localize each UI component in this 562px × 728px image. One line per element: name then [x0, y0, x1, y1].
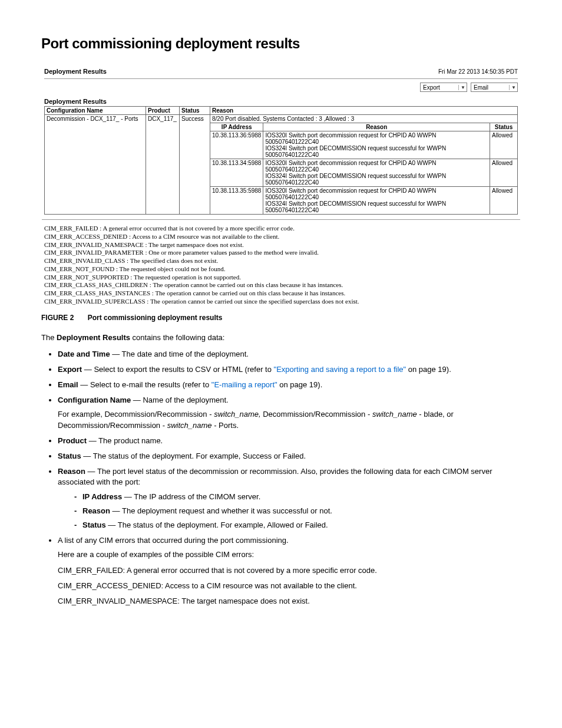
cell-substatus: Allowed: [490, 159, 518, 187]
cim-error-line: CIM_ERR_INVALID_SUPERCLASS : The operati…: [44, 298, 518, 306]
figure-text: Port commissioning deployment results: [88, 314, 223, 322]
subcol-status: Status: [490, 123, 518, 131]
list-item: Reason — The port level status of the de…: [58, 466, 521, 531]
email-dropdown[interactable]: Email ▼: [471, 83, 518, 92]
export-link[interactable]: "Exporting and saving a report to a file…: [274, 365, 406, 374]
cell-ip: 10.38.113.36:5988: [210, 131, 263, 159]
list-item: Date and Time — The date and time of the…: [58, 349, 521, 360]
subcol-reason: Reason: [263, 123, 490, 131]
chevron-down-icon: ▼: [509, 85, 516, 90]
cell-ip: 10.38.113.34:5988: [210, 159, 263, 187]
list-item: Reason — The deployment request and whet…: [74, 506, 521, 516]
cim-error-line: CIM_ERR_ACCESS_DENIED : Access to a CIM …: [44, 233, 518, 241]
cim-error-line: CIM_ERR_FAILED : A general error occurre…: [44, 225, 518, 233]
report-timestamp: Fri Mar 22 2013 14:50:35 PDT: [438, 68, 518, 75]
cell-reason: IOS320I Switch port decommission request…: [263, 159, 490, 187]
cell-reason: IOS320I Switch port decommission request…: [263, 187, 490, 215]
cim-example: CIM_ERR_FAILED: A general error occurred…: [58, 565, 521, 576]
cim-error-line: CIM_ERR_NOT_SUPPORTED : The requested op…: [44, 274, 518, 282]
cim-example: CIM_ERR_ACCESS_DENIED: Access to a CIM r…: [58, 581, 521, 591]
subcol-ip: IP Address: [210, 123, 263, 131]
intro-text: The Deployment Results contains the foll…: [41, 332, 521, 343]
cell-product: DCX_117_: [146, 115, 180, 215]
cim-error-line: CIM_ERR_NOT_FOUND : The requested object…: [44, 265, 518, 274]
report-title: Deployment Results: [44, 68, 107, 75]
cell-substatus: Allowed: [490, 131, 518, 159]
export-dropdown-label: Export: [423, 84, 458, 91]
cim-error-line: CIM_ERR_CLASS_HAS_INSTANCES : The operat…: [44, 289, 518, 298]
cim-error-line: CIM_ERR_CLASS_HAS_CHILDREN : The operati…: [44, 281, 518, 289]
email-dropdown-label: Email: [474, 84, 509, 91]
cim-examples-intro: Here are a couple of examples of the pos…: [58, 549, 521, 560]
cell-reason-summary: 8/20 Port disabled. Systems Contacted : …: [210, 115, 518, 123]
col-product: Product: [146, 107, 180, 115]
list-item: Status — The status of the deployment. F…: [74, 520, 521, 531]
deployment-results-screenshot: Deployment Results Fri Mar 22 2013 14:50…: [41, 66, 521, 309]
deployment-results-table: Configuration Name Product Status Reason…: [44, 106, 518, 215]
export-dropdown[interactable]: Export ▼: [420, 83, 467, 92]
list-item: IP Address — The IP address of the CIMOM…: [74, 492, 521, 502]
cim-error-list: CIM_ERR_FAILED : A general error occurre…: [42, 219, 520, 308]
list-item: Configuration Name — Name of the deploym…: [58, 395, 521, 431]
list-item: Product — The product name.: [58, 436, 521, 446]
cell-ip: 10.38.113.35:5988: [210, 187, 263, 215]
cell-config-name: Decommission - DCX_117_ - Ports: [45, 115, 146, 215]
list-item: Export — Select to export the results to…: [58, 364, 521, 375]
cim-error-line: CIM_ERR_INVALID_NAMESPACE : The target n…: [44, 241, 518, 249]
email-link[interactable]: "E-mailing a report": [211, 380, 277, 389]
list-item: Email — Select to e-mail the results (re…: [58, 380, 521, 390]
cell-reason: IOS320I Switch port decommission request…: [263, 131, 490, 159]
field-list: Date and Time — The date and time of the…: [41, 349, 521, 607]
report-subtitle: Deployment Results: [42, 98, 520, 106]
col-status: Status: [180, 107, 210, 115]
col-config-name: Configuration Name: [45, 107, 146, 115]
figure-label: FIGURE 2: [41, 314, 74, 322]
list-item: A list of any CIM errors that occurred d…: [58, 535, 521, 607]
chevron-down-icon: ▼: [458, 85, 465, 90]
figure-caption: FIGURE 2 Port commissioning deployment r…: [41, 314, 521, 322]
cim-example: CIM_ERR_INVALID_NAMESPACE: The target na…: [58, 596, 521, 607]
cim-error-line: CIM_ERR_INVALID_CLASS : The specified cl…: [44, 257, 518, 265]
cim-error-line: CIM_ERR_INVALID_PARAMETER : One or more …: [44, 249, 518, 257]
page-title: Port commissioning deployment results: [41, 35, 521, 52]
cell-substatus: Allowed: [490, 187, 518, 215]
table-row: Decommission - DCX_117_ - Ports DCX_117_…: [45, 115, 518, 123]
col-reason: Reason: [210, 107, 518, 115]
cell-status: Success: [180, 115, 210, 215]
list-item: Status — The status of the deployment. F…: [58, 451, 521, 462]
